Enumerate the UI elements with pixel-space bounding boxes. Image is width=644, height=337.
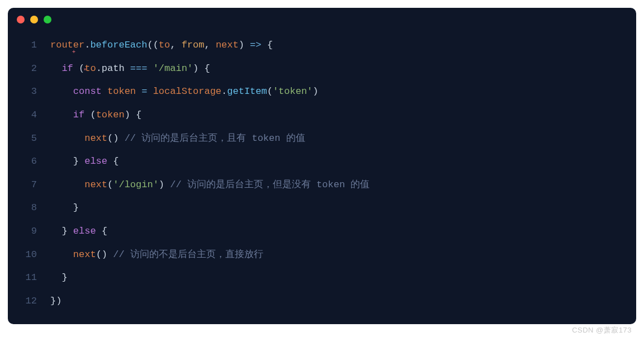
code-token: 'token': [273, 86, 312, 97]
line-number: 8: [8, 196, 50, 220]
code-token: .: [221, 86, 227, 97]
code-token: ): [312, 86, 318, 97]
code-token: next: [216, 40, 239, 50]
zoom-icon[interactable]: [44, 16, 51, 23]
code-line[interactable]: 9 } else {: [8, 220, 636, 243]
code-token: router: [50, 40, 84, 50]
line-content[interactable]: } else {: [50, 150, 636, 173]
code-token: .: [96, 63, 102, 74]
code-body[interactable]: 1router.beforeEach((to, from, next) => {…: [8, 34, 636, 313]
code-token: // 访问的是后台主页，但是没有: [170, 179, 316, 190]
code-token: // 访问的不是后台主页，直接放行: [113, 249, 263, 260]
code-line[interactable]: 6 } else {: [8, 150, 636, 173]
code-token: [125, 63, 130, 74]
code-token: token: [107, 86, 136, 97]
line-content[interactable]: next() // 访问的是后台主页，且有 token 的值: [50, 127, 636, 150]
code-token: [147, 86, 153, 97]
code-token: else: [73, 226, 96, 236]
code-token: [102, 86, 107, 97]
code-token: (: [107, 179, 113, 190]
code-line[interactable]: 3 const token = localStorage.getItem('to…: [8, 80, 636, 103]
code-token: 的值: [345, 179, 370, 190]
code-token: token: [252, 133, 280, 144]
code-line[interactable]: 10 next() // 访问的不是后台主页，直接放行: [8, 243, 636, 267]
line-number: 6: [8, 150, 50, 173]
code-token: '/main': [153, 63, 193, 74]
code-token: }: [61, 272, 67, 283]
code-token: ===: [130, 63, 148, 74]
line-content[interactable]: } else {: [50, 220, 636, 243]
code-token: {: [96, 226, 107, 236]
code-token: }: [73, 202, 79, 213]
line-content[interactable]: const token = localStorage.getItem('toke…: [50, 80, 636, 103]
code-token: else: [84, 156, 107, 167]
code-token: if: [61, 63, 73, 74]
line-content[interactable]: if (token) {: [50, 103, 636, 127]
line-content[interactable]: }: [50, 266, 636, 289]
code-token: {: [262, 40, 273, 50]
watermark: CSDN @萧寂173: [8, 325, 636, 335]
code-token: .: [84, 40, 90, 50]
line-number: 1: [8, 34, 50, 57]
code-token: beforeEach: [90, 40, 147, 50]
line-content[interactable]: if (to.path === '/main') {: [50, 57, 636, 80]
code-token: 的值: [280, 133, 305, 144]
code-line[interactable]: 8 }: [8, 196, 636, 220]
line-content[interactable]: next() // 访问的不是后台主页，直接放行: [50, 243, 636, 267]
code-token: const: [73, 86, 102, 97]
code-token: '/login': [113, 179, 159, 190]
line-number: 4: [8, 103, 50, 127]
code-token: ): [159, 179, 170, 190]
line-content[interactable]: router.beforeEach((to, from, next) => {: [50, 34, 636, 57]
minimize-icon[interactable]: [30, 16, 38, 23]
code-line[interactable]: 12}): [8, 289, 636, 313]
code-token: }: [61, 226, 73, 236]
code-token: // 访问的是后台主页，且有: [125, 133, 252, 144]
code-token: next: [84, 133, 107, 144]
code-line[interactable]: 11 }: [8, 266, 636, 289]
code-line[interactable]: 1router.beforeEach((to, from, next) => {: [8, 34, 636, 57]
line-content[interactable]: }): [50, 289, 636, 313]
code-token: ): [239, 40, 250, 50]
code-token: (): [107, 133, 125, 144]
code-token: (: [84, 110, 96, 120]
line-content[interactable]: next('/login') // 访问的是后台主页，但是没有 token 的值: [50, 173, 636, 197]
code-token: next: [84, 179, 107, 190]
code-line[interactable]: 7 next('/login') // 访问的是后台主页，但是没有 token …: [8, 173, 636, 197]
line-number: 5: [8, 127, 50, 150]
code-token: =>: [250, 40, 261, 50]
code-line[interactable]: 5 next() // 访问的是后台主页，且有 token 的值: [8, 127, 636, 150]
line-content[interactable]: }: [50, 196, 636, 220]
code-line[interactable]: 2 if (to.path === '/main') {: [8, 57, 636, 80]
code-token: ) {: [125, 110, 142, 120]
code-token: ((: [147, 40, 158, 50]
code-token: next: [73, 249, 96, 260]
code-token: (: [267, 86, 273, 97]
code-token: [136, 86, 141, 97]
code-token: path: [102, 63, 125, 74]
code-token: ) {: [193, 63, 210, 74]
code-token: localStorage: [153, 86, 221, 97]
line-number: 9: [8, 220, 50, 243]
code-token: (: [73, 63, 84, 74]
code-token: to: [84, 63, 96, 74]
code-token: from: [182, 40, 205, 50]
code-token: token: [96, 110, 125, 120]
code-editor-window: + * 1router.beforeEach((to, from, next) …: [8, 8, 636, 324]
window-controls: [8, 16, 636, 34]
code-token: if: [73, 110, 84, 120]
code-token: [147, 63, 153, 74]
code-token: }): [50, 296, 61, 306]
line-number: 11: [8, 266, 50, 289]
code-token: token: [316, 179, 345, 190]
code-line[interactable]: 4 if (token) {: [8, 103, 636, 127]
code-token: getItem: [227, 86, 267, 97]
line-number: 12: [8, 289, 50, 313]
code-token: (): [96, 249, 113, 260]
code-token: }: [73, 156, 84, 167]
code-token: ,: [170, 40, 181, 50]
line-number: 2: [8, 57, 50, 80]
code-token: ,: [204, 40, 215, 50]
code-token: =: [141, 86, 147, 97]
close-icon[interactable]: [17, 16, 25, 23]
